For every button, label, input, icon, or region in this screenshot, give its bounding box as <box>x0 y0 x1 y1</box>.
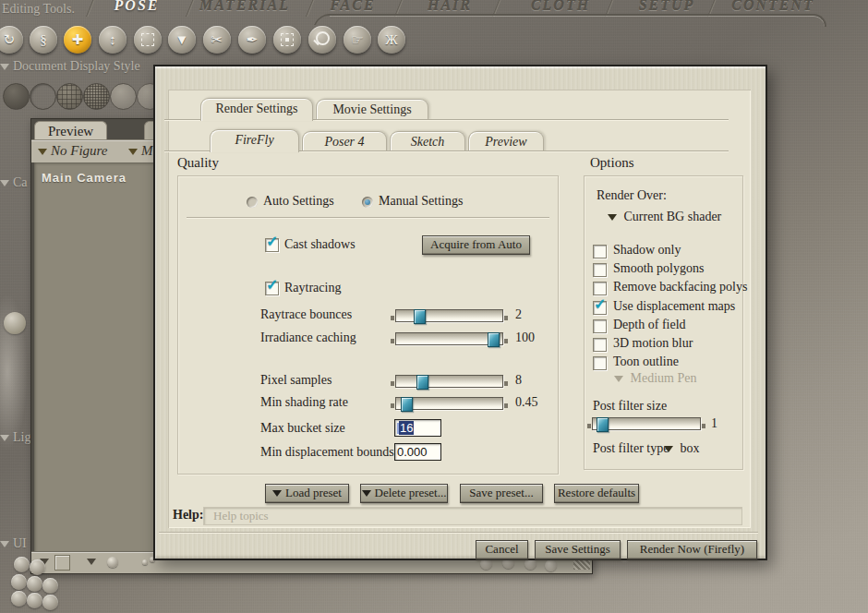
slider-handle[interactable] <box>597 417 609 432</box>
pixel-samples-slider[interactable] <box>391 375 508 388</box>
max-bucket-size-input[interactable]: 16 <box>394 419 441 437</box>
grouping-tool-button[interactable] <box>273 26 301 54</box>
slider-end-marker <box>504 316 508 320</box>
chevron-down-icon[interactable] <box>87 559 96 565</box>
options-section-title: Options <box>590 155 634 171</box>
toon-outline-label: Toon outline <box>613 355 679 369</box>
depth-of-field-checkbox[interactable] <box>593 319 607 333</box>
scale-tool-button[interactable] <box>134 26 162 54</box>
save-settings-button[interactable]: Save Settings <box>535 540 621 559</box>
min-displacement-bounds-input[interactable]: 0.000 <box>394 443 441 461</box>
slider-track[interactable] <box>395 309 503 322</box>
view-magnifier-tool-button[interactable] <box>308 26 336 54</box>
save-preset-button[interactable]: Save preset... <box>460 484 543 503</box>
poser-application-window: POSEMATERIALFACEHAIRCLOTHSETUPCONTENT Ed… <box>0 0 868 613</box>
display-style-wireframe[interactable] <box>56 83 83 110</box>
slider-handle[interactable] <box>416 375 428 390</box>
display-style-lit-wireframe[interactable] <box>110 83 137 110</box>
slider-end-marker <box>391 403 394 408</box>
figure-dropdown[interactable]: No Figure <box>38 143 108 159</box>
cancel-button[interactable]: Cancel <box>476 540 528 559</box>
irradiance-caching-slider[interactable] <box>391 332 508 345</box>
slider-handle[interactable] <box>401 397 413 412</box>
post-filter-size-label: Post filter size <box>593 399 667 414</box>
manual-settings-radio[interactable] <box>362 197 373 208</box>
menu-tab-setup[interactable]: SETUP <box>611 0 722 15</box>
ui-dots-label[interactable]: UI <box>0 536 27 551</box>
memory-dot[interactable] <box>42 595 58 610</box>
remove-backfacing-polys-checkbox[interactable] <box>593 282 607 295</box>
tab-preview[interactable]: Preview <box>34 121 107 140</box>
direct-manipulation-tool-button[interactable]: Ж <box>378 26 405 54</box>
subtab-sketch[interactable]: Sketch <box>390 131 465 152</box>
grouping-icon <box>281 33 294 46</box>
memory-dot[interactable] <box>30 559 45 575</box>
raytracing-checkbox[interactable] <box>265 282 279 295</box>
smooth-polygons-checkbox[interactable] <box>593 263 607 277</box>
restore-defaults-button[interactable]: Restore defaults <box>554 484 639 503</box>
shadow-only-checkbox[interactable] <box>593 245 607 258</box>
slider-handle[interactable] <box>488 332 500 347</box>
color-tool-button[interactable]: ✒ <box>238 26 266 54</box>
subtab-poser-4[interactable]: Poser 4 <box>302 131 387 152</box>
tab-render-settings[interactable]: Render Settings <box>200 98 313 121</box>
translate-in-out-tool-button[interactable]: ↕ <box>99 26 127 54</box>
min-shading-rate-slider[interactable] <box>391 397 508 410</box>
toon-outline-checkbox[interactable] <box>593 356 607 370</box>
chain-break-tool-button[interactable]: ✂ <box>203 26 231 54</box>
translate-pull-tool-button[interactable]: ✚ <box>64 26 91 54</box>
render-over-dropdown[interactable]: Current BG shader <box>608 210 721 224</box>
memory-dot[interactable] <box>11 574 27 590</box>
subtab-preview[interactable]: Preview <box>468 131 544 152</box>
taper-tool-button[interactable]: ▼ <box>168 26 196 54</box>
trackball-icon[interactable] <box>107 557 118 568</box>
render-now-firefly-button[interactable]: Render Now (Firefly) <box>627 540 757 559</box>
auto-settings-radio[interactable] <box>247 197 258 208</box>
footer-dot <box>545 559 557 571</box>
memory-dot[interactable] <box>42 578 58 594</box>
menu-tab-cloth[interactable]: CLOTH <box>505 0 616 15</box>
menu-tab-hair[interactable]: HAIR <box>394 0 505 15</box>
slider-end-marker <box>391 316 394 320</box>
slider-handle[interactable] <box>414 309 426 324</box>
use-displacement-maps-checkbox[interactable] <box>593 301 607 315</box>
menu-tab-face[interactable]: FACE <box>297 0 408 15</box>
max-bucket-size-label: Max bucket size <box>260 421 345 436</box>
slider-track[interactable] <box>395 375 503 388</box>
3d-motion-blur-checkbox[interactable] <box>593 338 607 352</box>
display-style-silhouette[interactable] <box>3 83 30 110</box>
display-style-outline[interactable] <box>30 83 56 110</box>
delete-preset-button[interactable]: Delete preset... <box>360 484 448 503</box>
color-icon: ✒ <box>247 32 259 47</box>
divider <box>187 217 549 219</box>
shadow-only-label: Shadow only <box>613 243 681 258</box>
camera-trackball[interactable] <box>4 312 26 334</box>
display-style-hidden-line[interactable] <box>83 83 110 110</box>
quality-section-title: Quality <box>177 155 219 171</box>
memory-dot[interactable] <box>11 591 27 607</box>
memory-dot[interactable] <box>27 576 42 592</box>
memory-dot[interactable] <box>27 593 42 608</box>
acquire-from-auto-button[interactable]: Acquire from Auto <box>422 235 530 255</box>
raytrace-bounces-slider[interactable] <box>391 309 508 322</box>
help-topics-box[interactable]: Help topics <box>203 507 742 525</box>
chevron-down-icon <box>272 490 282 497</box>
twist-tool-button[interactable]: § <box>30 26 57 54</box>
menu-tab-pose[interactable]: POSE <box>81 0 192 15</box>
post-filter-type-dropdown[interactable]: box <box>664 441 700 456</box>
post-filter-size-slider[interactable] <box>587 417 705 430</box>
secondary-dropdown[interactable]: M <box>128 143 153 159</box>
memory-dot[interactable] <box>14 557 30 572</box>
min-shading-rate-value: 0.45 <box>515 395 538 410</box>
camera-controls-label[interactable]: Ca <box>0 175 28 190</box>
frame-button[interactable] <box>54 555 70 571</box>
raytrace-bounces-label: Raytrace bounces <box>260 307 352 322</box>
tab-movie-settings[interactable]: Movie Settings <box>316 99 428 120</box>
subtab-firefly[interactable]: FireFly <box>210 129 299 152</box>
cast-shadows-checkbox[interactable] <box>265 238 279 252</box>
rotate-tool-button[interactable]: ↻ <box>0 26 23 54</box>
morphing-tool-tool-button[interactable]: ☞ <box>344 26 371 54</box>
menu-tab-material[interactable]: MATERIAL <box>189 0 300 15</box>
load-preset-button[interactable]: Load preset <box>265 484 349 503</box>
menu-tab-content[interactable]: CONTENT <box>717 0 828 15</box>
